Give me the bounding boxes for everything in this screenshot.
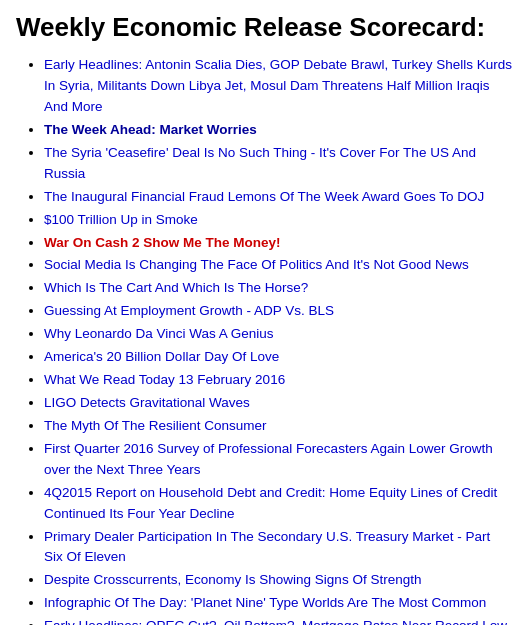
list-item: What We Read Today 13 February 2016: [44, 370, 512, 391]
article-link[interactable]: Despite Crosscurrents, Economy Is Showin…: [44, 572, 421, 587]
article-link[interactable]: What We Read Today 13 February 2016: [44, 372, 285, 387]
list-item: Guessing At Employment Growth - ADP Vs. …: [44, 301, 512, 322]
list-item: Despite Crosscurrents, Economy Is Showin…: [44, 570, 512, 591]
list-item: Early Headlines: OPEC Cut?, Oil Bottom?,…: [44, 616, 512, 625]
article-link[interactable]: Infographic Of The Day: 'Planet Nine' Ty…: [44, 595, 486, 610]
article-link[interactable]: America's 20 Billion Dollar Day Of Love: [44, 349, 279, 364]
list-item: Why Leonardo Da Vinci Was A Genius: [44, 324, 512, 345]
list-item: 4Q2015 Report on Household Debt and Cred…: [44, 483, 512, 525]
list-item: The Myth Of The Resilient Consumer: [44, 416, 512, 437]
list-item: War On Cash 2 Show Me The Money!: [44, 233, 512, 254]
list-item: Infographic Of The Day: 'Planet Nine' Ty…: [44, 593, 512, 614]
article-link[interactable]: Why Leonardo Da Vinci Was A Genius: [44, 326, 274, 341]
list-item: Early Headlines: Antonin Scalia Dies, GO…: [44, 55, 512, 118]
article-link[interactable]: Which Is The Cart And Which Is The Horse…: [44, 280, 308, 295]
article-list: Early Headlines: Antonin Scalia Dies, GO…: [16, 55, 512, 625]
article-link[interactable]: The Week Ahead: Market Worries: [44, 122, 257, 137]
list-item: America's 20 Billion Dollar Day Of Love: [44, 347, 512, 368]
list-item: Social Media Is Changing The Face Of Pol…: [44, 255, 512, 276]
article-link[interactable]: Social Media Is Changing The Face Of Pol…: [44, 257, 469, 272]
list-item: The Inaugural Financial Fraud Lemons Of …: [44, 187, 512, 208]
article-link[interactable]: War On Cash 2 Show Me The Money!: [44, 235, 281, 250]
article-link[interactable]: The Inaugural Financial Fraud Lemons Of …: [44, 189, 484, 204]
article-link[interactable]: Early Headlines: OPEC Cut?, Oil Bottom?,…: [44, 618, 510, 625]
list-item: The Week Ahead: Market Worries: [44, 120, 512, 141]
article-link[interactable]: Primary Dealer Participation In The Seco…: [44, 529, 490, 565]
article-link[interactable]: Early Headlines: Antonin Scalia Dies, GO…: [44, 57, 512, 114]
list-item: The Syria 'Ceasefire' Deal Is No Such Th…: [44, 143, 512, 185]
list-item: LIGO Detects Gravitational Waves: [44, 393, 512, 414]
list-item: Which Is The Cart And Which Is The Horse…: [44, 278, 512, 299]
article-link[interactable]: Guessing At Employment Growth - ADP Vs. …: [44, 303, 334, 318]
list-item: First Quarter 2016 Survey of Professiona…: [44, 439, 512, 481]
page-title: Weekly Economic Release Scorecard:: [16, 12, 512, 43]
article-link[interactable]: The Syria 'Ceasefire' Deal Is No Such Th…: [44, 145, 476, 181]
article-link[interactable]: First Quarter 2016 Survey of Professiona…: [44, 441, 493, 477]
list-item: $100 Trillion Up in Smoke: [44, 210, 512, 231]
article-link[interactable]: $100 Trillion Up in Smoke: [44, 212, 198, 227]
article-link[interactable]: LIGO Detects Gravitational Waves: [44, 395, 250, 410]
list-item: Primary Dealer Participation In The Seco…: [44, 527, 512, 569]
article-link[interactable]: The Myth Of The Resilient Consumer: [44, 418, 267, 433]
article-link[interactable]: 4Q2015 Report on Household Debt and Cred…: [44, 485, 497, 521]
